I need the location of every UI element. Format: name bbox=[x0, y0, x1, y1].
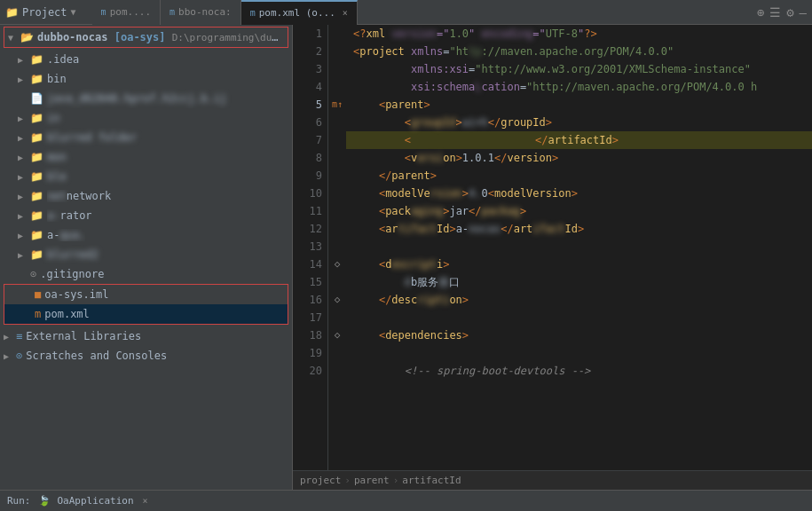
idea-folder-icon: 📁 bbox=[30, 53, 43, 66]
ble-folder-icon: 📁 bbox=[30, 170, 43, 183]
gutter20 bbox=[328, 362, 346, 380]
tree-item-ble[interactable]: ▶ 📁 ble bbox=[0, 167, 292, 186]
network-arrow: ▶ bbox=[18, 192, 30, 201]
project-title-label: Project bbox=[22, 6, 67, 19]
ble-arrow: ▶ bbox=[18, 172, 30, 182]
tree-item-h2[interactable]: ▶ 📄 java_d62848.hprof.h2ccj.b.ij bbox=[0, 89, 292, 108]
pomxml-file-icon: m bbox=[35, 308, 41, 320]
gutter4 bbox=[328, 78, 346, 96]
root-folder-icon: 📂 bbox=[20, 31, 34, 43]
b2-label: blurred2 bbox=[47, 248, 99, 261]
tab-bbo[interactable]: m bbo-noca: bbox=[161, 0, 241, 25]
run-close-button[interactable]: × bbox=[143, 496, 148, 506]
tree-item-rator[interactable]: ▶ 📁 a-rator bbox=[0, 206, 292, 225]
ln2: 2 bbox=[293, 43, 322, 60]
list-icon[interactable]: ☰ bbox=[769, 5, 781, 20]
tree-item-in[interactable]: ▶ 📁 in bbox=[0, 108, 292, 128]
tab-pomxml[interactable]: m pom.xml (o... × bbox=[241, 0, 358, 25]
ln18: 18 bbox=[293, 326, 322, 344]
ln6: 6 bbox=[293, 114, 322, 131]
run-app-name: OaApplication bbox=[58, 495, 134, 507]
h2-label: java_d62848.hprof.h2ccj.b.ij bbox=[47, 92, 226, 105]
scratches-label: Scratches and Consoles bbox=[26, 350, 167, 362]
tree-item-blurred1[interactable]: ▶ 📁 blurred folder bbox=[0, 128, 292, 147]
editor-content[interactable]: 1 2 3 4 5 6 7 8 9 10 11 12 13 14 15 16 1… bbox=[293, 25, 812, 470]
project-icon: 📁 bbox=[5, 6, 19, 19]
close-icon[interactable]: — bbox=[800, 5, 807, 20]
ln5: 5 bbox=[293, 96, 322, 114]
code-line-13 bbox=[346, 238, 812, 256]
code-line-3: xmlns:xsi="http://www.w3.org/2001/XMLSch… bbox=[346, 60, 812, 78]
gutter17 bbox=[328, 309, 346, 326]
tab-close-pomxml[interactable]: × bbox=[343, 8, 348, 18]
gutter18: ◇ bbox=[328, 326, 346, 344]
tree-item-mon[interactable]: ▶ 📁 mon bbox=[0, 147, 292, 167]
add-icon[interactable]: ⊕ bbox=[757, 5, 764, 20]
breadcrumb-parent[interactable]: parent bbox=[354, 475, 390, 486]
breadcrumb-sep1: › bbox=[344, 475, 351, 486]
tree-item-network[interactable]: ▶ 📁 netnetwork bbox=[0, 186, 292, 206]
tree-item-scratches[interactable]: ▶ ⊙ Scratches and Consoles bbox=[0, 346, 292, 366]
code-line-19 bbox=[346, 344, 812, 362]
breadcrumb-artifactid[interactable]: artifactId bbox=[402, 475, 461, 486]
bin-label: bin bbox=[47, 73, 67, 85]
b1-folder-icon: 📁 bbox=[30, 131, 43, 144]
code-area[interactable]: <?xml version="1.0" encoding="UTF-8"?> <… bbox=[346, 25, 812, 470]
code-line-12: <artifactId>a-nocas</artifactId> bbox=[346, 220, 812, 238]
breadcrumb: project › parent › artifactId bbox=[293, 470, 812, 490]
tree-item-qua[interactable]: ▶ 📁 a-qua. bbox=[0, 225, 292, 245]
dropdown-icon[interactable]: ▼ bbox=[71, 7, 76, 17]
bin-arrow: ▶ bbox=[18, 75, 30, 84]
tree-item-blurred2[interactable]: ▶ 📁 blurred2 bbox=[0, 245, 292, 264]
tab-label-bbo: bbo-noca: bbox=[178, 6, 232, 18]
network-label: netnetwork bbox=[47, 190, 111, 202]
gutter13 bbox=[328, 238, 346, 256]
rator-folder-icon: 📁 bbox=[30, 209, 43, 222]
code-line-2: <project xmlns="http://maven.apache.org/… bbox=[346, 43, 812, 60]
root-project-label: dubbo-nocas [oa-sys] D:\programming\dubb… bbox=[37, 31, 284, 43]
tree-item-extlib[interactable]: ▶ ≡ External Libraries bbox=[0, 326, 292, 346]
tree-item-bin[interactable]: ▶ 📁 bin bbox=[0, 69, 292, 89]
code-line-11: <packaging>jar</packag> bbox=[346, 202, 812, 220]
root-item-wrapper: ▼ 📂 dubbo-nocas [oa-sys] D:\programming\… bbox=[4, 27, 288, 48]
code-line-14: <descripti> bbox=[346, 256, 812, 273]
file-items-wrapper: ▶ ■ oa-sys.iml ▶ m pom.xml bbox=[4, 284, 288, 325]
breadcrumb-project[interactable]: project bbox=[300, 475, 341, 486]
mon-label: mon bbox=[47, 151, 67, 163]
in-folder-icon: 📁 bbox=[30, 112, 43, 124]
settings-icon[interactable]: ⚙ bbox=[786, 5, 793, 20]
root-arrow-icon: ▼ bbox=[8, 33, 20, 43]
code-line-10: <modelVersion>4.0<modelVersion> bbox=[346, 185, 812, 202]
root-project-item[interactable]: ▼ 📂 dubbo-nocas [oa-sys] D:\programming\… bbox=[4, 28, 288, 47]
ln20: 20 bbox=[293, 362, 322, 380]
tab-icon-pomxml: m bbox=[250, 8, 256, 18]
code-line-5: <parent> bbox=[346, 96, 812, 114]
ln4: 4 bbox=[293, 78, 322, 96]
tree-item-pomxml[interactable]: ▶ m pom.xml bbox=[4, 304, 288, 324]
code-line-18: <dependencies> bbox=[346, 326, 812, 344]
b1-label: blurred folder bbox=[47, 131, 137, 144]
scratches-arrow: ▶ bbox=[4, 351, 16, 361]
ln12: 12 bbox=[293, 220, 322, 238]
gutter3 bbox=[328, 60, 346, 78]
tab-pom1[interactable]: m pom.... bbox=[92, 0, 161, 25]
tree-item-oasys[interactable]: ▶ ■ oa-sys.iml bbox=[4, 285, 288, 304]
mon-arrow: ▶ bbox=[18, 153, 30, 162]
ln13: 13 bbox=[293, 238, 322, 256]
pomxml-label: pom.xml bbox=[44, 308, 90, 320]
rator-label: a-rator bbox=[47, 209, 92, 222]
in-arrow: ▶ bbox=[18, 114, 30, 123]
ln14: 14 bbox=[293, 256, 322, 273]
tab-icon-bbo: m bbox=[169, 7, 175, 17]
editor-gutter: m↑ ◇ ◇ ◇ bbox=[328, 25, 346, 470]
code-line-7: <</artifactId> bbox=[346, 131, 812, 149]
tab-label-pom1: pom.... bbox=[110, 6, 151, 18]
extlib-label: External Libraries bbox=[26, 330, 141, 342]
oasys-file-icon: ■ bbox=[35, 288, 41, 301]
gitignore-label: .gitignore bbox=[40, 268, 104, 280]
qua-arrow: ▶ bbox=[18, 231, 30, 240]
ln17: 17 bbox=[293, 309, 322, 326]
tree-item-idea[interactable]: ▶ 📁 .idea bbox=[0, 50, 292, 69]
ln9: 9 bbox=[293, 167, 322, 185]
tree-item-gitignore[interactable]: ▶ ⊙ .gitignore bbox=[0, 264, 292, 284]
